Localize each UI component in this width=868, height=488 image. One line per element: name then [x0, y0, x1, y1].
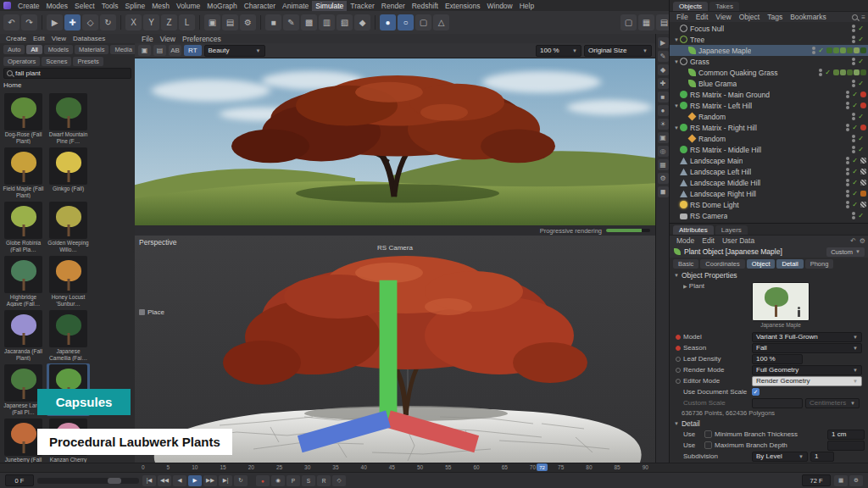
gear-icon[interactable]: ⚙ — [849, 475, 863, 486]
texture-tag-icon[interactable] — [860, 158, 866, 164]
grid-icon[interactable]: ▦ — [834, 475, 848, 486]
goto-end-button[interactable]: ▶| — [219, 475, 232, 486]
use-document-scale-checkbox[interactable]: ✓ — [752, 388, 760, 396]
move-tool-icon[interactable]: ✚ — [64, 14, 81, 30]
enable-check-icon[interactable]: ✓ — [824, 69, 832, 76]
object-row[interactable]: Landscape Right Hill✓ — [670, 188, 868, 199]
unit-select[interactable]: Centimeters▼ — [805, 398, 860, 408]
menu-spline[interactable]: Spline — [122, 1, 149, 11]
cube-icon[interactable]: ■ — [658, 92, 669, 103]
zoom-select[interactable]: 100 %▼ — [536, 45, 581, 57]
asset-menu-databases[interactable]: Databases — [70, 34, 108, 44]
gear-icon[interactable]: ⚙ — [658, 173, 669, 184]
material-tag-icon[interactable] — [854, 47, 860, 53]
object-row[interactable]: Landscape Middle Hill✓ — [670, 177, 868, 188]
visibility-dots[interactable] — [852, 113, 855, 120]
y-axis-lock-icon[interactable]: Y — [143, 14, 159, 30]
snap-icon[interactable]: △ — [433, 14, 449, 30]
attribute-tab-coordinates[interactable]: Coordinates — [700, 259, 744, 269]
object-menu-tags[interactable]: Tags — [764, 12, 786, 22]
plant-item[interactable]: Dwarf Mountain Pine (F… — [47, 92, 90, 145]
record-scale-button[interactable]: S — [302, 475, 315, 486]
asset-subtab-presets[interactable]: Presets — [73, 57, 103, 66]
render-camera-icon[interactable]: ▣ — [138, 45, 151, 56]
visibility-dots[interactable] — [846, 91, 849, 98]
attribute-tab-basic[interactable]: Basic — [673, 259, 698, 269]
menu-select[interactable]: Select — [71, 1, 98, 11]
pen-icon[interactable]: ✎ — [658, 51, 669, 62]
preview-range-slider[interactable] — [37, 478, 139, 484]
plant-item[interactable]: Highbridge Agave (Fall… — [2, 255, 45, 308]
enable-check-icon[interactable]: ✓ — [857, 80, 865, 87]
keyframe-dot[interactable] — [676, 335, 681, 340]
object-row[interactable]: Landscape Main✓ — [670, 155, 868, 166]
dynamics-icon[interactable]: ○ — [398, 14, 414, 30]
texture-tag-icon[interactable] — [860, 202, 866, 208]
autokey-button[interactable]: ◉ — [271, 475, 285, 486]
visibility-dots[interactable] — [846, 190, 849, 197]
record-position-button[interactable]: P — [287, 475, 300, 486]
enable-check-icon[interactable]: ✓ — [851, 102, 859, 109]
editor-mode-select[interactable]: Render Geometry▼ — [752, 376, 862, 386]
attribute-tab-object[interactable]: Object — [747, 259, 776, 269]
play-button[interactable]: ▶ — [188, 475, 202, 486]
menu-window[interactable]: Window — [484, 1, 516, 11]
visibility-dots[interactable] — [846, 102, 849, 109]
visibility-dots[interactable] — [812, 47, 815, 54]
render-view-menu-view[interactable]: View — [157, 34, 179, 44]
enable-check-icon[interactable]: ✓ — [817, 47, 825, 54]
asset-tab-all[interactable]: All — [26, 45, 42, 54]
section-object-properties[interactable]: ▼ Object Properties — [670, 270, 868, 280]
menu-character[interactable]: Character — [241, 1, 279, 11]
fields-icon[interactable]: ◆ — [354, 14, 370, 30]
object-row[interactable]: Common Quaking Grass✓ — [670, 67, 868, 78]
visibility-dots[interactable] — [819, 69, 822, 76]
keyframe-dot[interactable] — [676, 368, 681, 373]
layout-panel-icon-1[interactable]: ▢ — [620, 14, 637, 30]
plant-item[interactable]: Globe Robinia (Fall Pla… — [2, 201, 45, 253]
keyframe-dot[interactable] — [676, 379, 681, 384]
use-max-branch-checkbox[interactable] — [704, 441, 712, 449]
search-icon[interactable] — [852, 14, 858, 20]
visibility-dots[interactable] — [852, 25, 855, 32]
material-tag-icon[interactable] — [860, 69, 866, 75]
snapshot-icon[interactable]: ▤ — [153, 45, 166, 56]
ab-compare-icon[interactable]: AB — [169, 45, 181, 56]
prev-key-button[interactable]: ◀◀ — [158, 475, 171, 486]
menu-tools[interactable]: Tools — [98, 1, 122, 11]
texture-tag-icon[interactable] — [860, 169, 866, 175]
object-row[interactable]: RS Matrix - Main Ground✓ — [670, 89, 868, 100]
visibility-dots[interactable] — [852, 135, 855, 142]
expand-caret[interactable]: ▼ — [673, 103, 680, 108]
asset-menu-edit[interactable]: Edit — [31, 34, 47, 44]
expand-caret[interactable]: ▼ — [673, 37, 680, 42]
attribute-tab-phong[interactable]: Phong — [805, 259, 834, 269]
z-axis-lock-icon[interactable]: Z — [161, 14, 177, 30]
menu-mesh[interactable]: Mesh — [148, 1, 173, 11]
subdivision-select[interactable]: By Level▼ — [752, 452, 808, 462]
visibility-dots[interactable] — [852, 36, 855, 43]
aov-select[interactable]: Beauty▼ — [204, 45, 265, 57]
material-tag-icon[interactable] — [833, 69, 839, 75]
range-start-field[interactable]: 0 F — [5, 474, 34, 486]
visibility-dots[interactable] — [852, 80, 855, 87]
enable-check-icon[interactable]: ✓ — [857, 36, 865, 43]
material-tag-icon[interactable] — [833, 47, 839, 53]
menu-create[interactable]: Create — [14, 1, 43, 11]
asset-menu-view[interactable]: View — [49, 34, 69, 44]
subdivision-surface-icon[interactable]: ▩ — [301, 14, 317, 30]
object-row[interactable]: Random✓ — [670, 133, 868, 144]
enable-check-icon[interactable]: ✓ — [857, 146, 865, 153]
section-detail[interactable]: ▼ Detail — [670, 419, 868, 429]
redo-icon[interactable]: ↷ — [21, 14, 37, 30]
object-row[interactable]: Landscape Left Hill✓ — [670, 166, 868, 177]
menu-modes[interactable]: Modes — [43, 1, 72, 11]
layout-panel-icon-2[interactable]: ▦ — [638, 14, 654, 30]
menu-render[interactable]: Render — [378, 1, 409, 11]
keyframe-dot[interactable] — [676, 357, 681, 362]
material-tag-icon[interactable] — [860, 191, 866, 197]
cinema4d-logo-icon[interactable] — [3, 2, 11, 9]
object-menu-file[interactable]: File — [673, 12, 692, 22]
timeline-ruler[interactable]: 72 051015202530354045505560657075808590 — [135, 463, 655, 472]
asset-tab-models[interactable]: Models — [44, 45, 73, 54]
